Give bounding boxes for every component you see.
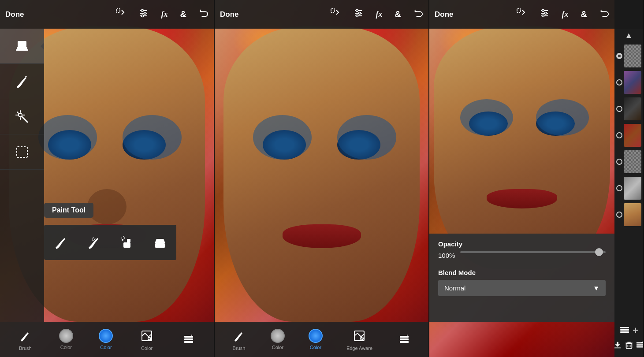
sliders-icon-1[interactable]: [138, 8, 149, 21]
layer-radio-2[interactable]: [616, 79, 622, 86]
layer-row-1: [614, 44, 643, 68]
color-blue-btn-2[interactable]: Color: [309, 329, 323, 350]
layer-thumb-1[interactable]: [624, 45, 641, 67]
color-gray-btn-1[interactable]: Color: [59, 329, 73, 350]
blend-mode-value: Normal: [444, 284, 465, 292]
layer-radio-1[interactable]: [616, 53, 622, 59]
layers-btn-1[interactable]: +: [181, 331, 197, 347]
svg-rect-27: [155, 243, 165, 248]
eyeshadow-left-3: [460, 99, 513, 136]
eyeshadow-right-2: [337, 115, 396, 160]
edge-aware-icon-2: [351, 328, 367, 344]
svg-point-4: [141, 9, 143, 11]
blend-mode-select[interactable]: Normal ▼: [438, 280, 606, 296]
svg-rect-22: [127, 239, 130, 242]
layers-panel-icon[interactable]: [619, 325, 630, 338]
svg-rect-7: [18, 41, 26, 47]
layer-thumb-2[interactable]: [624, 71, 641, 94]
brush-bottom-btn-2[interactable]: Brush: [231, 328, 247, 351]
svg-marker-28: [155, 239, 165, 243]
undo-icon-1[interactable]: [199, 8, 208, 21]
trash-icon[interactable]: [624, 340, 634, 352]
layer-row-3: [614, 97, 643, 121]
svg-rect-0: [116, 9, 120, 12]
fx-brush-btn[interactable]: fx: [78, 227, 109, 258]
layer-thumb-6[interactable]: [624, 177, 641, 200]
bottom-bar-1: Brush Color Color Color: [0, 322, 214, 357]
svg-point-41: [356, 15, 358, 17]
toolbar-1: Done fx &: [0, 0, 214, 29]
layer-thumb-3[interactable]: [624, 97, 641, 120]
layers-icon-2: +: [396, 331, 412, 347]
svg-point-25: [121, 238, 122, 238]
svg-rect-35: [331, 9, 335, 12]
marquee-tool[interactable]: [0, 134, 44, 170]
layer-radio-6[interactable]: [616, 185, 622, 191]
effects-icon-2[interactable]: fx: [376, 10, 383, 19]
layers-btn-2[interactable]: +: [396, 331, 412, 347]
brush-tools-row: fx: [44, 225, 176, 260]
combine-icon-3[interactable]: &: [581, 9, 587, 19]
layer-thumb-7[interactable]: [624, 203, 641, 226]
undo-icon-3[interactable]: [599, 8, 609, 21]
edge-aware-btn-2[interactable]: Edge Aware: [346, 328, 372, 351]
done-button-1[interactable]: Done: [5, 10, 24, 19]
svg-line-10: [26, 76, 26, 77]
done-button-2[interactable]: Done: [220, 10, 239, 19]
spray-brush-btn[interactable]: [112, 227, 142, 258]
opacity-slider[interactable]: [460, 251, 606, 253]
sliders-icon-3[interactable]: [539, 8, 550, 21]
add-layer-icon-top[interactable]: +: [633, 325, 638, 338]
eyeshadow-left: [38, 115, 97, 160]
brush-bottom-btn-1[interactable]: Brush: [17, 328, 33, 351]
edge-aware-btn-1[interactable]: Color: [139, 328, 155, 351]
layer-radio-7[interactable]: [616, 212, 622, 218]
selection-icon-3[interactable]: [516, 8, 527, 21]
undo-icon-2[interactable]: [413, 8, 423, 21]
color-blue-circle-2: [309, 329, 323, 343]
selection-icon-1[interactable]: [115, 8, 126, 21]
svg-rect-66: [636, 346, 644, 348]
smudge-brush-btn[interactable]: [145, 227, 175, 258]
color-gray-circle-2: [271, 329, 285, 343]
brush-bottom-icon-2: [231, 328, 247, 344]
svg-rect-56: [620, 327, 629, 328]
layer-row-7: [614, 202, 643, 227]
opacity-thumb[interactable]: [595, 248, 603, 256]
blend-mode-arrow: ▼: [593, 284, 599, 292]
left-tools-1: [0, 29, 44, 322]
combine-icon-2[interactable]: &: [395, 9, 401, 19]
layer-thumb-4[interactable]: [624, 124, 641, 147]
brush-tool-main[interactable]: [0, 64, 44, 99]
layer-radio-4[interactable]: [616, 132, 622, 138]
color-blue-btn-1[interactable]: Color: [99, 329, 113, 350]
stamp-tool[interactable]: [0, 29, 44, 64]
effects-icon-3[interactable]: fx: [562, 10, 569, 19]
selection-icon-2[interactable]: [330, 8, 341, 21]
done-button-3[interactable]: Done: [435, 10, 454, 19]
toolbar-2: Done fx &: [215, 0, 428, 29]
add-new-layer-btn[interactable]: +: [636, 340, 644, 352]
svg-point-40: [358, 12, 361, 14]
layer-thumb-5[interactable]: [624, 150, 641, 173]
photo-background-2: [215, 0, 428, 357]
scroll-up-btn[interactable]: ▲: [625, 31, 633, 40]
color-blue-label-1: Color: [100, 345, 112, 350]
merge-down-icon[interactable]: [613, 340, 622, 352]
color-gray-circle-1: [59, 329, 73, 343]
magic-wand-tool[interactable]: [0, 99, 44, 134]
svg-point-26: [123, 236, 124, 237]
paint-brush-btn[interactable]: [45, 227, 76, 258]
svg-point-23: [122, 239, 123, 241]
layer-radio-5[interactable]: [616, 159, 622, 165]
svg-point-24: [123, 238, 125, 239]
layer-radio-3[interactable]: [616, 106, 622, 112]
color-gray-btn-2[interactable]: Color: [271, 329, 285, 350]
combine-icon-1[interactable]: &: [180, 9, 186, 19]
svg-point-39: [356, 9, 358, 11]
svg-line-17: [17, 112, 19, 113]
sliders-icon-2[interactable]: [353, 8, 364, 21]
effects-icon-1[interactable]: fx: [161, 10, 168, 19]
color-blue-label-2: Color: [310, 345, 321, 350]
color-gray-label-2: Color: [272, 345, 283, 350]
